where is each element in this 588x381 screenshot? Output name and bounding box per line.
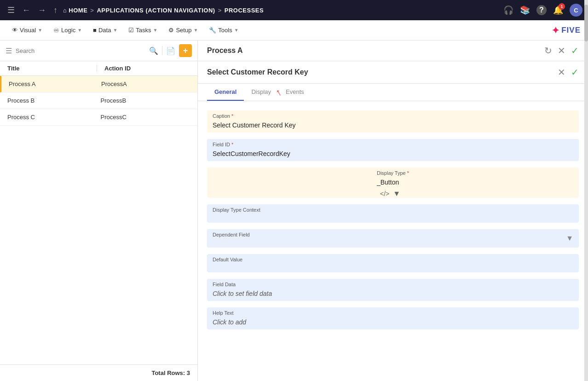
user-avatar[interactable]: C: [570, 4, 582, 17]
row-action-id: ProcessC: [97, 114, 190, 121]
home-crumb[interactable]: ⌂ HOME: [63, 7, 87, 14]
nav-setup[interactable]: ⚙ Setup ▼: [164, 24, 202, 36]
process-title: Process A: [207, 46, 544, 55]
field-id-required: *: [231, 142, 233, 147]
document-icon[interactable]: 📄: [166, 46, 175, 55]
data-icon: ■: [93, 27, 97, 34]
breadcrumb-sep1: >: [90, 7, 94, 14]
nav-tasks[interactable]: ☑ Tasks ▼: [124, 24, 162, 36]
logic-arrow: ▼: [77, 28, 82, 33]
dropdown-chevron-icon[interactable]: ▼: [393, 190, 400, 198]
close-icon[interactable]: ✕: [558, 45, 565, 56]
form-panel-actions: ✕ ✓: [558, 67, 579, 78]
row-action-id: ProcessB: [97, 97, 190, 104]
tasks-arrow: ▼: [153, 28, 158, 33]
header-actions: ↻ ✕ ✓: [544, 45, 579, 56]
right-panel: Process A ↻ ✕ ✓ Select Customer Record K…: [198, 40, 588, 381]
breadcrumb-sep2: >: [218, 7, 222, 14]
field-data-value: Click to set field data: [207, 288, 579, 301]
display-type-inner: Display Type * _Button: [371, 167, 415, 190]
form-tabs: General Display Events ↑: [198, 84, 588, 101]
table-body: Process A ProcessA Process B ProcessB Pr…: [0, 76, 197, 364]
main-area: ☰ 🔍 📄 + Title Action ID Process A Proces…: [0, 40, 588, 381]
forward-icon[interactable]: →: [36, 4, 48, 17]
table-row[interactable]: Process B ProcessB: [0, 92, 197, 109]
dependent-field-field: Dependent Field ▼: [207, 229, 579, 248]
dependent-field-label: Dependent Field: [207, 229, 566, 238]
form-body: Caption * Field ID *: [198, 101, 588, 381]
header-title-col: Title: [7, 65, 93, 72]
logic-icon: ♾: [53, 27, 59, 34]
breadcrumb: ⌂ HOME > APPLICATIONS (ACTION NAVIGATION…: [63, 7, 500, 14]
field-id-input[interactable]: [207, 148, 579, 161]
display-type-field: Display Type * _Button </> ▼: [207, 167, 579, 198]
tools-icon: 🔧: [209, 27, 216, 34]
display-type-context-field: Display Type Context: [207, 204, 579, 223]
five-logo: ✦ FIVE: [552, 25, 581, 36]
footer-label: Total Rows:: [151, 369, 185, 376]
form-panel-header: Select Customer Record Key ✕ ✓: [198, 61, 588, 84]
field-data-field[interactable]: Field Data Click to set field data: [207, 279, 579, 301]
visual-arrow: ▼: [38, 28, 42, 33]
search-icon[interactable]: 🔍: [149, 46, 158, 55]
vertical-scrollbar[interactable]: [584, 101, 588, 381]
row-title: Process C: [7, 114, 97, 121]
nav-data[interactable]: ■ Data ▼: [88, 24, 122, 36]
display-type-required: *: [407, 170, 409, 176]
form-check-icon[interactable]: ✓: [571, 67, 579, 78]
display-type-label: Display Type *: [371, 167, 415, 177]
caption-label: Caption *: [207, 110, 579, 120]
check-icon[interactable]: ✓: [571, 45, 579, 56]
hamburger-icon[interactable]: ☰: [6, 3, 17, 17]
back-icon[interactable]: ←: [20, 4, 32, 17]
column-divider: [97, 65, 97, 72]
up-icon[interactable]: ↑: [52, 4, 59, 17]
books-icon[interactable]: 📚: [520, 5, 530, 15]
row-action-id: ProcessA: [98, 81, 190, 87]
applications-crumb[interactable]: APPLICATIONS (ACTION NAVIGATION): [97, 7, 215, 14]
headset-icon[interactable]: 🎧: [503, 5, 513, 15]
form-panel-title: Select Customer Record Key: [207, 68, 558, 76]
help-icon[interactable]: ?: [536, 5, 547, 15]
setup-arrow: ▼: [193, 28, 198, 33]
nav-logic[interactable]: ♾ Logic ▼: [49, 24, 86, 37]
row-title: Process B: [7, 97, 97, 104]
home-icon: ⌂: [63, 7, 67, 14]
form-panel: Select Customer Record Key ✕ ✓ General D…: [198, 61, 588, 381]
form-close-icon[interactable]: ✕: [558, 67, 565, 78]
caption-input[interactable]: [207, 120, 579, 133]
field-data-label: Field Data: [207, 279, 579, 288]
top-nav-right: 🎧 📚 ? 🔔 1 C: [503, 4, 582, 17]
table-row[interactable]: Process C ProcessC: [0, 109, 197, 126]
tab-general[interactable]: General: [207, 84, 244, 101]
code-icon[interactable]: </>: [380, 190, 389, 197]
add-button[interactable]: +: [179, 44, 192, 57]
search-divider: [162, 46, 162, 55]
search-bar: ☰ 🔍 📄 +: [0, 40, 197, 61]
five-logo-text: FIVE: [561, 26, 581, 35]
processes-crumb[interactable]: PROCESSES: [225, 7, 264, 14]
table-footer: Total Rows: 3: [0, 364, 197, 381]
help-text-field[interactable]: Help Text Click to add: [207, 307, 579, 329]
default-value-field: Default Value: [207, 254, 579, 272]
tab-display[interactable]: Display: [244, 84, 278, 101]
top-nav: ☰ ← → ↑ ⌂ HOME > APPLICATIONS (ACTION NA…: [0, 0, 588, 20]
field-id-label: Field ID *: [207, 139, 579, 148]
table-row[interactable]: Process A ProcessA: [0, 76, 197, 92]
field-id-field: Field ID *: [207, 139, 579, 161]
tab-events[interactable]: Events: [278, 84, 311, 101]
left-panel: ☰ 🔍 📄 + Title Action ID Process A Proces…: [0, 40, 198, 381]
filter-icon[interactable]: ☰: [6, 46, 12, 55]
second-nav: 👁 Visual ▼ ♾ Logic ▼ ■ Data ▼ ☑ Tasks ▼ …: [0, 20, 588, 40]
nav-tools[interactable]: 🔧 Tools ▼: [204, 24, 243, 36]
footer-count: 3: [187, 369, 190, 376]
right-panel-header: Process A ↻ ✕ ✓: [198, 40, 588, 61]
row-title: Process A: [9, 81, 98, 87]
notification-bell[interactable]: 🔔 1: [553, 5, 563, 15]
notification-count: 1: [559, 3, 565, 10]
refresh-icon[interactable]: ↻: [544, 45, 552, 56]
nav-visual[interactable]: 👁 Visual ▼: [7, 24, 47, 36]
search-input[interactable]: [16, 47, 145, 54]
dependent-field-chevron[interactable]: ▼: [566, 234, 579, 242]
setup-icon: ⚙: [168, 27, 174, 34]
